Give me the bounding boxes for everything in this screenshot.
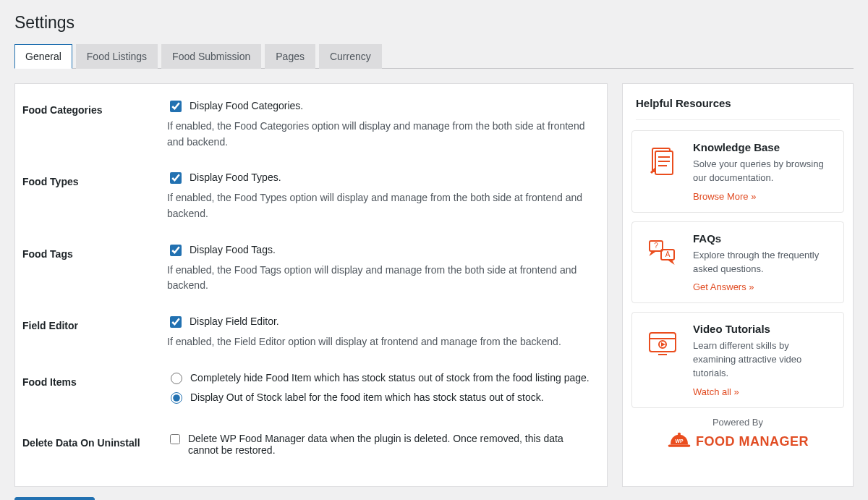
svg-rect-14 [668, 444, 691, 446]
video-icon [642, 323, 683, 363]
resource-card-text: Explore through the frequently asked que… [693, 249, 833, 276]
tab-food-submission[interactable]: Food Submission [161, 44, 261, 69]
tab-food-listings[interactable]: Food Listings [76, 44, 158, 69]
resource-card-title: Knowledge Base [693, 141, 833, 153]
setting-label-food_types: Food Types [22, 163, 167, 234]
checkbox-label-food_tags: Display Food Tags. [190, 244, 276, 255]
svg-rect-1 [655, 151, 673, 174]
resource-card-title: FAQs [693, 232, 833, 245]
checkbox-delete_data[interactable] [170, 433, 180, 445]
document-icon [642, 141, 683, 182]
setting-field-food_types: Display Food Types.If enabled, the Food … [167, 163, 592, 234]
cloche-icon: WP [667, 432, 692, 452]
setting-description-food_categories: If enabled, the Food Categories option w… [167, 119, 592, 150]
helpful-resources-panel: Helpful Resources Knowledge BaseSolve yo… [622, 83, 854, 487]
svg-rect-9 [650, 333, 676, 352]
svg-text:?: ? [654, 242, 658, 250]
tabs-nav: GeneralFood ListingsFood SubmissionPages… [14, 44, 854, 69]
checkbox-field_editor[interactable] [170, 316, 182, 328]
logo-text: FOOD MANAGER [696, 434, 809, 449]
resource-card-link[interactable]: Browse More » [693, 191, 756, 202]
settings-panel: Food CategoriesDisplay Food Categories.I… [14, 83, 608, 487]
radio-food_items-1[interactable] [171, 392, 182, 404]
svg-text:WP: WP [676, 438, 684, 444]
radio-food_items-0[interactable] [171, 373, 182, 384]
tab-currency[interactable]: Currency [319, 44, 382, 69]
resource-card-link[interactable]: Get Answers » [693, 281, 754, 292]
svg-marker-12 [661, 342, 665, 347]
setting-description-field_editor: If enabled, the Field Editor option will… [167, 334, 592, 350]
resource-card-2: Video TutorialsLearn different skills by… [631, 312, 844, 408]
checkbox-food_types[interactable] [170, 172, 182, 184]
radio-label-food_items-1: Display Out of Stock label for the food … [190, 391, 544, 403]
wp-food-manager-logo: WP FOOD MANAGER [623, 432, 853, 452]
checkbox-label-delete_data: Delete WP Food Manager data when the plu… [188, 433, 592, 456]
checkbox-label-food_categories: Display Food Categories. [190, 100, 303, 111]
resource-card-1: ?AFAQsExplore through the frequently ask… [631, 221, 844, 304]
setting-description-food_types: If enabled, the Food Types option will d… [167, 190, 592, 221]
faq-icon: ?A [642, 232, 683, 273]
setting-label-food_items: Food Items [22, 363, 167, 424]
checkbox-food_tags[interactable] [170, 245, 182, 256]
powered-by-label: Powered By [623, 417, 853, 428]
radio-label-food_items-0: Completely hide Food Item which has stoc… [190, 372, 590, 384]
checkbox-label-field_editor: Display Field Editor. [190, 315, 279, 327]
setting-label-food_tags: Food Tags [22, 235, 167, 307]
resource-card-text: Solve your queries by browsing our docum… [693, 158, 833, 185]
resource-card-title: Video Tutorials [693, 323, 833, 335]
resource-card-link[interactable]: Watch all » [693, 386, 739, 397]
checkbox-label-food_types: Display Food Types. [190, 171, 281, 183]
tab-general[interactable]: General [14, 44, 72, 69]
checkbox-food_categories[interactable] [170, 101, 182, 112]
page-title: Settings [14, 13, 854, 33]
setting-field-field_editor: Display Field Editor.If enabled, the Fie… [167, 307, 592, 363]
setting-label-delete_data: Delete Data On Uninstall [22, 424, 167, 472]
setting-label-field_editor: Field Editor [22, 307, 167, 363]
setting-field-food_categories: Display Food Categories.If enabled, the … [167, 91, 592, 163]
setting-field-food_tags: Display Food Tags.If enabled, the Food T… [167, 235, 592, 307]
setting-label-food_categories: Food Categories [22, 91, 167, 163]
setting-description-food_tags: If enabled, the Food Tags option will di… [167, 263, 592, 294]
svg-text:A: A [665, 250, 671, 258]
save-changes-button[interactable]: Save Changes [14, 497, 95, 500]
setting-field-food_items: Completely hide Food Item which has stoc… [167, 363, 592, 424]
setting-field-delete_data: Delete WP Food Manager data when the plu… [167, 424, 592, 472]
resource-card-0: Knowledge BaseSolve your queries by brow… [631, 130, 844, 213]
sidebar-title: Helpful Resources [636, 97, 840, 120]
resource-card-text: Learn different skills by examining attr… [693, 339, 833, 381]
tab-pages[interactable]: Pages [265, 44, 315, 69]
svg-point-15 [678, 433, 681, 436]
